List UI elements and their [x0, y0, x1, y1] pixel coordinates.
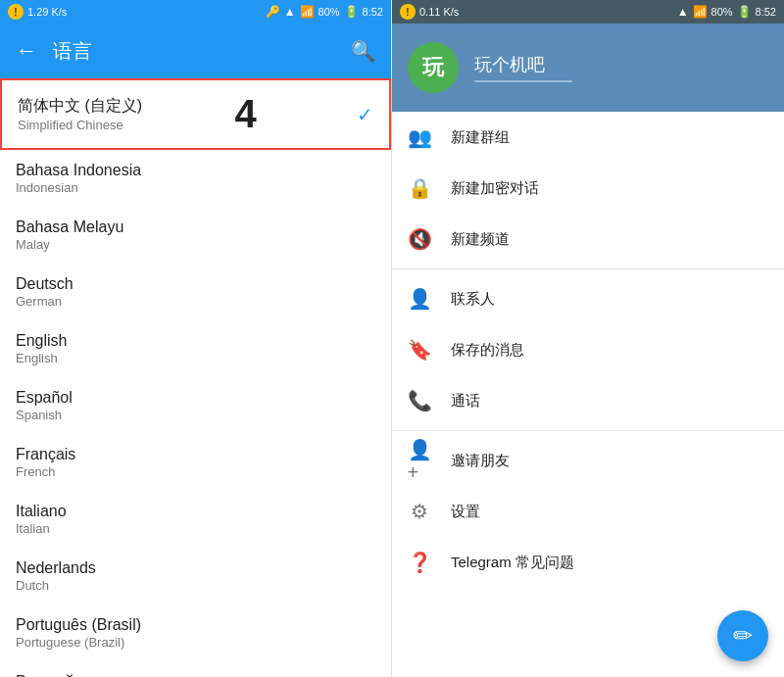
- right-alert-icon: !: [400, 4, 416, 20]
- lang-item-text: NederlandsDutch: [16, 559, 96, 593]
- right-panel: ! 0.11 K/s ▲ 📶 80% 🔋 8:52 玩 玩个机吧 👥新建群组🔒新…: [392, 0, 784, 677]
- lang-number: 4: [234, 92, 256, 136]
- lang-name: Bahasa Indonesia: [16, 162, 141, 179]
- lang-item-text: FrançaisFrench: [16, 446, 75, 479]
- language-item[interactable]: 简体中文 (自定义)Simplified Chinese4✓: [0, 78, 391, 150]
- lang-item-text: Português (Brasil)Portuguese (Brazil): [16, 616, 141, 650]
- signal-icon: 📶: [300, 5, 315, 19]
- menu-divider: [392, 268, 784, 269]
- lang-name: Français: [16, 446, 75, 463]
- menu-item-person-add[interactable]: 👤+邀请朋友: [392, 435, 784, 486]
- language-item[interactable]: EnglishEnglish: [0, 320, 391, 377]
- menu-label: Telegram 常见问题: [451, 554, 574, 572]
- right-battery: 80%: [711, 6, 733, 18]
- menu-item-person[interactable]: 👤联系人: [392, 273, 784, 324]
- lang-name: 简体中文 (自定义): [18, 96, 142, 117]
- left-time: 8:52: [363, 6, 383, 18]
- phone-icon: 📞: [408, 389, 431, 412]
- profile-section: 玩 玩个机吧: [392, 24, 784, 112]
- menu-item-help[interactable]: ❓Telegram 常见问题: [392, 537, 784, 588]
- wifi-icon: ▲: [284, 5, 296, 19]
- compose-fab-button[interactable]: ✏: [717, 610, 768, 661]
- menu-item-group[interactable]: 👥新建群组: [392, 112, 784, 163]
- language-item[interactable]: DeutschGerman: [0, 264, 391, 320]
- left-speed: 1.29 K/s: [27, 6, 67, 18]
- person-add-icon: 👤+: [408, 449, 431, 472]
- menu-item-volume[interactable]: 🔇新建频道: [392, 214, 784, 265]
- right-container: 👥新建群组🔒新建加密对话🔇新建频道👤联系人🔖保存的消息📞通话👤+邀请朋友⚙设置❓…: [392, 112, 784, 677]
- lang-name: English: [16, 332, 67, 350]
- lang-item-text: EspañolSpanish: [16, 389, 73, 422]
- right-time: 8:52: [756, 6, 776, 18]
- lang-sub: Malay: [16, 237, 123, 252]
- person-icon: 👤: [408, 287, 431, 311]
- group-icon: 👥: [408, 125, 431, 149]
- lang-name: Bahasa Melayu: [16, 218, 123, 236]
- left-panel: ! 1.29 K/s 🔑 ▲ 📶 80% 🔋 8:52 ← 语言 🔍 简体中文 …: [0, 0, 392, 677]
- menu-item-bookmark[interactable]: 🔖保存的消息: [392, 324, 784, 375]
- language-item[interactable]: РусскийRussian: [0, 661, 391, 677]
- right-wifi-icon: ▲: [677, 5, 689, 19]
- lang-sub: French: [16, 464, 75, 479]
- left-battery: 80%: [318, 6, 340, 18]
- left-header: ← 语言 🔍: [0, 24, 391, 78]
- language-item[interactable]: ItalianoItalian: [0, 491, 391, 548]
- menu-item-settings[interactable]: ⚙设置: [392, 486, 784, 537]
- language-list: 简体中文 (自定义)Simplified Chinese4✓Bahasa Ind…: [0, 78, 391, 677]
- right-status-bar: ! 0.11 K/s ▲ 📶 80% 🔋 8:52: [392, 0, 784, 24]
- lang-sub: English: [16, 351, 67, 365]
- right-battery-icon: 🔋: [737, 5, 752, 19]
- lang-item-text: ItalianoItalian: [16, 503, 67, 536]
- right-speed: 0.11 K/s: [419, 6, 459, 18]
- lang-name: Italiano: [16, 503, 67, 520]
- lang-item-text: Bahasa MelayuMalay: [16, 218, 123, 252]
- language-item[interactable]: FrançaisFrench: [0, 434, 391, 491]
- language-item[interactable]: EspañolSpanish: [0, 377, 391, 434]
- lang-sub: German: [16, 294, 74, 309]
- lang-sub: Portuguese (Brazil): [16, 635, 141, 650]
- lang-item-text: DeutschGerman: [16, 275, 74, 309]
- profile-sub-line: [474, 80, 572, 82]
- bookmark-icon: 🔖: [408, 338, 431, 362]
- menu-label: 新建群组: [451, 128, 510, 147]
- lang-check-icon: ✓: [357, 103, 373, 126]
- lang-item-text: РусскийRussian: [16, 673, 74, 677]
- right-status-bar-right: ▲ 📶 80% 🔋 8:52: [677, 5, 776, 19]
- profile-info: 玩个机吧: [474, 53, 572, 82]
- menu-divider: [392, 430, 784, 431]
- lang-name: Deutsch: [16, 275, 74, 293]
- language-item[interactable]: Bahasa IndonesiaIndonesian: [0, 150, 391, 207]
- back-button[interactable]: ←: [16, 38, 37, 64]
- language-item[interactable]: NederlandsDutch: [0, 548, 391, 604]
- left-status-bar: ! 1.29 K/s 🔑 ▲ 📶 80% 🔋 8:52: [0, 0, 391, 24]
- page-title: 语言: [53, 38, 335, 65]
- lang-item-text: 简体中文 (自定义)Simplified Chinese: [18, 96, 142, 132]
- help-icon: ❓: [408, 551, 431, 574]
- right-signal-icon: 📶: [693, 5, 708, 19]
- menu-label: 新建频道: [451, 230, 510, 249]
- right-status-bar-left: ! 0.11 K/s: [400, 4, 459, 20]
- left-status-bar-left: ! 1.29 K/s: [8, 4, 67, 20]
- left-status-bar-right: 🔑 ▲ 📶 80% 🔋 8:52: [266, 5, 383, 19]
- menu-label: 保存的消息: [451, 341, 524, 360]
- lang-name: Português (Brasil): [16, 616, 141, 634]
- lang-sub: Simplified Chinese: [18, 118, 142, 132]
- lang-name: Nederlands: [16, 559, 96, 577]
- battery-icon: 🔋: [344, 5, 359, 19]
- lang-name: Español: [16, 389, 73, 407]
- lang-sub: Dutch: [16, 578, 96, 593]
- lock-icon: 🔒: [408, 176, 431, 200]
- lang-sub: Spanish: [16, 408, 73, 422]
- language-item[interactable]: Bahasa MelayuMalay: [0, 207, 391, 264]
- language-item[interactable]: Português (Brasil)Portuguese (Brazil): [0, 604, 391, 661]
- menu-label: 设置: [451, 503, 480, 521]
- search-button[interactable]: 🔍: [351, 39, 375, 63]
- menu-item-lock[interactable]: 🔒新建加密对话: [392, 163, 784, 214]
- alert-icon: !: [8, 4, 24, 20]
- menu-label: 通话: [451, 392, 480, 411]
- menu-list: 👥新建群组🔒新建加密对话🔇新建频道👤联系人🔖保存的消息📞通话👤+邀请朋友⚙设置❓…: [392, 112, 784, 588]
- lang-item-text: Bahasa IndonesiaIndonesian: [16, 162, 141, 195]
- lang-sub: Indonesian: [16, 180, 141, 195]
- lang-item-text: EnglishEnglish: [16, 332, 67, 365]
- menu-item-phone[interactable]: 📞通话: [392, 375, 784, 426]
